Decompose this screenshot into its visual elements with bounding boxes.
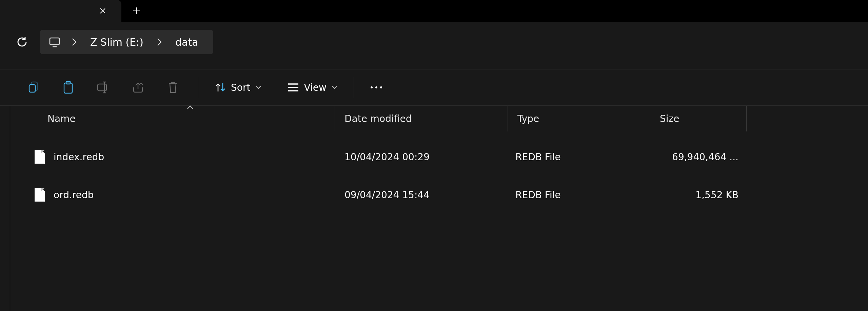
ellipsis-icon [370, 85, 383, 89]
sort-label: Sort [231, 82, 250, 93]
new-tab-button[interactable] [121, 0, 152, 22]
file-date: 09/04/2024 15:44 [335, 189, 508, 201]
toolbar-separator [354, 77, 354, 98]
breadcrumb[interactable]: Z Slim (E:) data [40, 30, 213, 54]
file-icon [35, 188, 45, 202]
svg-rect-1 [29, 85, 35, 92]
active-tab[interactable] [0, 0, 121, 22]
command-bar: Sort View [0, 69, 868, 106]
file-type: REDB File [508, 189, 650, 201]
file-pane: Name Date modified Type Size index.redb … [0, 106, 868, 311]
file-size: 1,552 KB [650, 189, 747, 201]
breadcrumb-drive[interactable]: Z Slim (E:) [84, 30, 150, 54]
view-menu[interactable]: View [281, 75, 344, 100]
copy-button[interactable] [17, 75, 50, 100]
chevron-right-icon[interactable] [64, 30, 84, 54]
close-tab-icon[interactable] [98, 6, 108, 16]
rename-button[interactable] [87, 75, 119, 100]
svg-point-7 [380, 86, 382, 88]
sort-caret-icon [186, 105, 194, 110]
column-header-date[interactable]: Date modified [335, 106, 508, 131]
sort-menu[interactable]: Sort [209, 75, 268, 100]
paste-button[interactable] [50, 75, 87, 100]
refresh-button[interactable] [10, 30, 34, 54]
chevron-down-icon [255, 85, 262, 90]
svg-rect-0 [50, 38, 59, 45]
svg-point-6 [375, 86, 377, 88]
file-date: 10/04/2024 00:29 [335, 151, 508, 163]
file-name: ord.redb [54, 189, 94, 201]
svg-point-5 [371, 86, 373, 88]
view-label: View [304, 82, 326, 93]
breadcrumb-folder[interactable]: data [169, 30, 204, 54]
chevron-right-icon[interactable] [150, 30, 169, 54]
column-header-type[interactable]: Type [508, 106, 650, 131]
file-name: index.redb [54, 151, 104, 163]
file-row[interactable]: index.redb 10/04/2024 00:29 REDB File 69… [10, 145, 868, 169]
toolbar-separator [199, 77, 199, 98]
sort-icon [215, 82, 226, 93]
svg-rect-2 [64, 83, 72, 93]
list-view-icon [288, 83, 299, 92]
file-type: REDB File [508, 151, 650, 163]
more-menu[interactable] [363, 75, 389, 100]
tab-strip [0, 0, 868, 22]
nav-pane-edge[interactable] [0, 106, 10, 311]
file-icon [35, 150, 45, 164]
address-bar: Z Slim (E:) data [0, 22, 868, 62]
file-size: 69,940,464 ... [650, 151, 747, 163]
file-row[interactable]: ord.redb 09/04/2024 15:44 REDB File 1,55… [10, 183, 868, 207]
delete-button[interactable] [157, 75, 189, 100]
file-list: Name Date modified Type Size index.redb … [10, 106, 868, 311]
column-headers: Name Date modified Type Size [10, 106, 868, 131]
chevron-down-icon [331, 85, 338, 90]
column-header-size[interactable]: Size [650, 106, 747, 131]
column-header-name[interactable]: Name [10, 106, 335, 131]
share-button[interactable] [119, 75, 157, 100]
monitor-icon[interactable] [45, 30, 64, 54]
svg-rect-4 [98, 84, 106, 91]
